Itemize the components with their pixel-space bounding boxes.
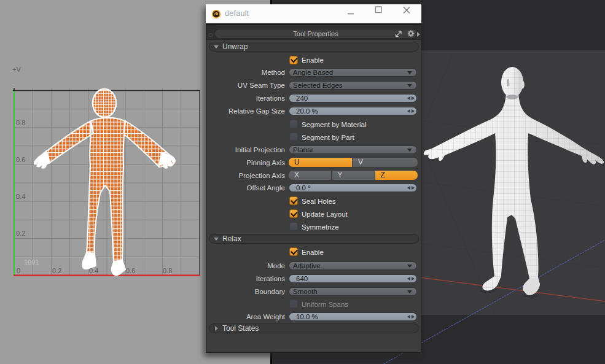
svg-text:1001: 1001 — [24, 258, 39, 266]
svg-text:0.2: 0.2 — [16, 230, 25, 237]
svg-text:0.2: 0.2 — [52, 267, 61, 274]
svg-text:0.8: 0.8 — [16, 119, 25, 126]
svg-text:0.4: 0.4 — [16, 193, 25, 200]
svg-text:0: 0 — [17, 267, 20, 274]
svg-text:0.6: 0.6 — [126, 267, 135, 274]
svg-text:0.6: 0.6 — [16, 156, 25, 163]
svg-text:+V: +V — [12, 66, 21, 73]
svg-text:0.8: 0.8 — [163, 267, 172, 274]
